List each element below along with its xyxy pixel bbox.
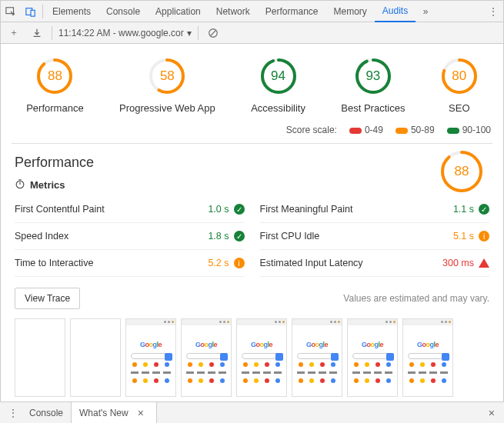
metrics-header: Metrics (15, 178, 489, 192)
stopwatch-icon (15, 178, 25, 192)
drawer-tab-console[interactable]: Console (22, 402, 71, 424)
metric-value: 300 ms (442, 258, 489, 268)
report-selector-label: 11:14:22 AM - www.google.cor (58, 28, 184, 38)
inspect-element-icon[interactable] (1, 1, 21, 22)
device-toolbar-icon[interactable] (21, 1, 41, 22)
metrics-col-right: First Meaningful Paint1.1 s ✓First CPU I… (260, 196, 490, 277)
drawer-tab-whats-new[interactable]: What's New × (71, 402, 157, 423)
tab-memory[interactable]: Memory (326, 1, 375, 22)
tab-console[interactable]: Console (98, 1, 148, 22)
report-selector[interactable]: 11:14:22 AM - www.google.cor ▾ (58, 28, 192, 38)
score-scale: Score scale: 0-49 50-89 90-100 (1, 120, 503, 143)
info-icon: i (479, 231, 489, 241)
check-icon: ✓ (479, 204, 489, 215)
filmstrip: GoogleGoogleGoogleGoogleGoogleGoogle (15, 318, 489, 397)
drawer-kebab-icon[interactable]: ⋮ (5, 408, 22, 418)
svg-line-4 (210, 30, 215, 35)
metric-row: First Meaningful Paint1.1 s ✓ (260, 196, 490, 223)
tab-application[interactable]: Application (148, 1, 209, 22)
metric-value: 5.1 s i (453, 231, 489, 241)
metric-row: Time to Interactive5.2 s i (15, 250, 245, 277)
score-gauge: 80 (441, 58, 478, 95)
filmstrip-thumb[interactable] (15, 318, 65, 397)
audit-report: 88Performance58Progressive Web App94Acce… (1, 44, 503, 401)
score-gauge: 58 (149, 58, 185, 95)
score-gauge: 94 (260, 58, 297, 95)
tab-performance[interactable]: Performance (258, 1, 326, 22)
metric-row: Estimated Input Latency300 ms (260, 250, 490, 277)
metric-value: 5.2 s i (208, 258, 244, 268)
drawer-close-icon[interactable]: × (484, 407, 499, 419)
devtools-tabs: Elements Console Application Network Per… (1, 1, 503, 22)
metric-name: Speed Index (15, 231, 68, 241)
metric-value: 1.1 s ✓ (453, 204, 489, 215)
metric-name: First Meaningful Paint (260, 204, 353, 215)
view-trace-button[interactable]: View Trace (15, 288, 80, 309)
metric-row: First CPU Idle5.1 s i (260, 223, 490, 250)
filmstrip-thumb[interactable]: Google (236, 318, 287, 397)
tab-audits[interactable]: Audits (375, 1, 416, 22)
metric-name: Estimated Input Latency (260, 258, 363, 268)
new-audit-icon[interactable]: ＋ (5, 25, 22, 42)
section-title: Performance (15, 155, 489, 171)
estimate-note: Values are estimated and may vary. (343, 293, 489, 304)
metric-row: Speed Index1.8 s ✓ (15, 223, 245, 250)
filmstrip-thumb[interactable]: Google (347, 318, 398, 397)
score-scale-label: Score scale: (286, 125, 337, 135)
warning-icon (479, 258, 489, 268)
score-label: Progressive Web App (119, 102, 215, 114)
more-tabs-icon[interactable]: » (416, 1, 436, 22)
download-report-icon[interactable] (28, 25, 45, 42)
performance-section: Performance 88 Metrics First Contentful … (1, 144, 503, 401)
metric-name: First CPU Idle (260, 231, 320, 241)
metric-name: Time to Interactive (15, 258, 93, 268)
performance-gauge: 88 (440, 150, 483, 193)
filmstrip-thumb[interactable]: Google (181, 318, 232, 397)
score-label: Best Practices (341, 102, 405, 114)
tab-network[interactable]: Network (209, 1, 258, 22)
close-icon[interactable]: × (133, 407, 149, 419)
score-gauge: 93 (355, 58, 392, 95)
scores-row: 88Performance58Progressive Web App94Acce… (1, 44, 503, 120)
score-label: SEO (449, 102, 469, 114)
score-label: Accessibility (251, 102, 305, 114)
metrics-col-left: First Contentful Paint1.0 s ✓Speed Index… (15, 196, 245, 277)
score-label: Performance (26, 102, 83, 114)
metric-value: 1.0 s ✓ (208, 204, 244, 215)
metric-name: First Contentful Paint (15, 204, 105, 215)
chevron-down-icon: ▾ (187, 28, 192, 38)
filmstrip-thumb[interactable] (70, 318, 121, 397)
pill-green-icon (447, 128, 459, 134)
drawer: ⋮ Console What's New × × (0, 401, 504, 423)
metric-value: 1.8 s ✓ (208, 231, 244, 241)
filmstrip-thumb[interactable]: Google (292, 318, 342, 397)
kebab-menu-icon[interactable]: ⋮ (483, 1, 503, 22)
pill-orange-icon (396, 128, 408, 134)
metric-row: First Contentful Paint1.0 s ✓ (15, 196, 245, 223)
check-icon: ✓ (234, 204, 245, 215)
tab-elements[interactable]: Elements (45, 1, 98, 22)
pill-red-icon (349, 128, 362, 134)
score-gauge: 88 (36, 58, 73, 95)
check-icon: ✓ (234, 231, 245, 241)
filmstrip-thumb[interactable]: Google (402, 318, 453, 397)
clear-icon[interactable] (205, 25, 222, 42)
svg-rect-2 (31, 10, 35, 16)
audits-toolbar: ＋ 11:14:22 AM - www.google.cor ▾ (1, 22, 503, 44)
filmstrip-thumb[interactable]: Google (125, 318, 176, 397)
info-icon: i (234, 258, 245, 268)
